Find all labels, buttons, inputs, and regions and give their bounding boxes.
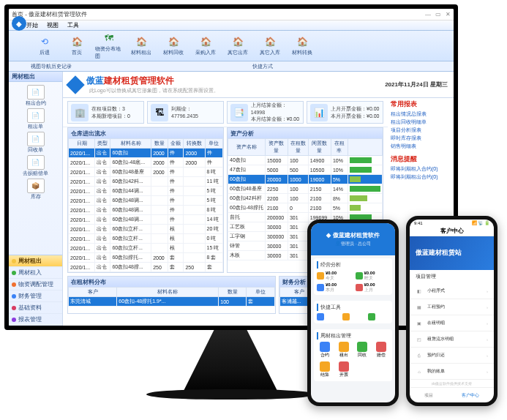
table-row[interactable]: 2020/1...出仓60盘扣立杆...根20 吨 (69, 225, 223, 234)
alert-link[interactable]: 即将到期租入合约(0) (391, 165, 451, 173)
list-row[interactable]: ◧ 小程序式 › (410, 283, 494, 299)
mgmt-item[interactable]: 回收 (355, 342, 371, 359)
table-row[interactable]: 2020/1...出仓60盘扣48撑...250套250套 (69, 263, 223, 272)
table-row[interactable]: 40盘扣150001001490010% (228, 156, 383, 165)
sidebar-icon-button[interactable]: 📦 库存 (21, 179, 50, 200)
mgmt-item[interactable]: 合约 (317, 342, 333, 359)
column-header[interactable]: 资产数量 (265, 139, 288, 156)
sidebar-icon-button[interactable]: 📄 去损赔偿单 (21, 155, 50, 177)
table-row[interactable]: 2020/1...出仓60盘扣-48底...2000件2000件 (69, 158, 223, 168)
sidebar-icon-button[interactable]: 📄 租出单 (21, 108, 50, 130)
toolbar-button[interactable]: 🏠 采购入库 (192, 35, 219, 56)
analysis-icon (356, 272, 363, 280)
ribbon-tab-view[interactable]: 视图 (47, 21, 59, 29)
column-header[interactable]: 闲置数量 (308, 139, 331, 156)
column-header[interactable]: 资产名称 (228, 139, 266, 156)
list-row[interactable]: ⎙ 预约归还 › (410, 348, 494, 364)
mgmt-item[interactable]: 开票 (336, 361, 352, 378)
column-header[interactable]: 单位 (247, 288, 274, 297)
sidebar-icon-button[interactable]: 📄 租出合约 (21, 85, 50, 107)
stat-card[interactable]: 🏗 到期金：47796.2435 (147, 101, 224, 124)
column-header[interactable]: 转换数 (184, 139, 205, 149)
toolbar-button[interactable]: 🏠 材料转换 (288, 35, 316, 56)
analysis-item[interactable]: ¥0.00本月 (317, 282, 351, 292)
toolbar-button[interactable]: 🏠 材料回收 (159, 35, 187, 56)
sidebar-nav-item[interactable]: 财务管理 (9, 290, 62, 302)
column-header[interactable]: 客户 (69, 288, 117, 297)
toolbar-button[interactable]: 🏠 其它出库 (224, 35, 252, 56)
analysis-item[interactable]: ¥0.00今天 (317, 271, 351, 280)
alert-link[interactable]: 即将到期租出合约(0) (391, 173, 451, 181)
table-row[interactable]: 2020/1...出仓60盘扣48调...件5 吨 (69, 196, 223, 206)
table-row[interactable]: 60盘扣-48撑托2100021005% (228, 203, 383, 213)
table-row[interactable]: 2020/1...出仓60盘扣42科...件11 吨 (69, 177, 223, 187)
table-row[interactable]: 2020/1...出仓60盘扣48调...件14 吨 (69, 215, 223, 225)
table-row[interactable]: 2020/1...出仓60盘扣48基座2000件8 吨 (69, 168, 223, 177)
table-row[interactable]: 2020/1...出仓60盘扣48调...件8 吨 (69, 206, 223, 215)
table-row[interactable]: 2020/1...出仓60盘扣2000件2000件 (69, 149, 223, 158)
analysis-item[interactable]: ¥0.00昨天 (356, 271, 390, 280)
close-button[interactable]: ✕ (446, 11, 451, 18)
list-row[interactable]: ▣ 在租明细 › (410, 315, 494, 331)
list-row[interactable]: ▦ 工程预约 › (410, 299, 494, 315)
maximize-button[interactable]: ▭ (435, 11, 441, 18)
table-row[interactable]: 2020/1...出仓60盘扣撑托...2000套8 套 (69, 253, 223, 263)
table-row[interactable]: 60盘扣48基座2250100215014% (228, 184, 383, 194)
mgmt-item[interactable]: 赔偿 (373, 342, 389, 359)
sidebar-nav-item[interactable]: 周材租入 (9, 267, 62, 279)
table-row[interactable]: 60盘扣42科杆220010021008% (228, 194, 383, 203)
column-header[interactable]: 日期 (69, 139, 95, 149)
toolbar-button[interactable]: 🏠 材料租出 (127, 35, 155, 56)
tabbar-item[interactable]: 项目 (424, 392, 433, 399)
column-header[interactable]: 在租率 (331, 139, 348, 156)
stat-card[interactable]: 📊 上月开票金额：¥0.00本月开票金额：¥0.00 (307, 101, 383, 124)
list-row[interactable]: ◰ 租赁流水明细 › (410, 331, 494, 348)
tabbar-item[interactable]: 客户中心 (462, 392, 479, 399)
column-header[interactable]: 金额 (168, 139, 184, 149)
app-menu-button[interactable]: ◆ (12, 16, 26, 31)
column-header[interactable]: 类型 (95, 139, 110, 149)
mgmt-item[interactable]: 租出 (336, 342, 352, 359)
table-row[interactable]: 2020/1...出仓60盘扣立杆...根0 吨 (69, 234, 223, 244)
tool-item[interactable] (368, 313, 389, 320)
report-link[interactable]: 租出回收明细单 (391, 119, 451, 126)
table-row[interactable]: 2020/1...出仓60盘扣立杆...根15 吨 (69, 244, 223, 253)
stat-card[interactable]: 📑 上月结算金额：14998本月结算金额：¥0.00 (227, 101, 304, 124)
toolbar-button[interactable]: 🏠 其它入库 (256, 35, 284, 56)
sidebar-nav-item[interactable]: 报表管理 (9, 314, 62, 326)
stat-card[interactable]: 🏢 在租项目数：3本期新增项目：0 (67, 101, 144, 124)
report-link[interactable]: 销售明细表 (391, 143, 451, 150)
minimize-button[interactable]: — (425, 11, 431, 18)
table-cell: 10% (331, 165, 348, 175)
column-header[interactable]: 材料名称 (117, 288, 219, 297)
toolbar-button[interactable]: 🗺 物资分布地图 (95, 31, 123, 60)
ribbon-tab-tools[interactable]: 工具 (67, 21, 79, 29)
report-link[interactable]: 项目分析报表 (391, 127, 451, 134)
sidebar-nav-item[interactable]: 周材租出 (9, 255, 62, 267)
rented-material-grid[interactable]: 客户材料名称数量单位东莞清城60盘扣-48撑托1.9*...100套 (68, 287, 275, 307)
tool-item[interactable] (342, 313, 364, 320)
ribbon-tab-start[interactable]: 开始 (26, 21, 38, 29)
analysis-item[interactable]: ¥0.00上月 (356, 282, 390, 292)
column-header[interactable]: 数量 (219, 288, 247, 297)
list-row[interactable]: ⌂ 我的账单 › (410, 364, 494, 380)
table-row[interactable]: 2020/1...出仓60盘扣44调...件5 吨 (69, 187, 223, 196)
sidebar-nav-item[interactable]: 基础资料 (9, 302, 62, 314)
sidebar-title: 周材租出 (9, 72, 62, 82)
toolbar-button[interactable]: ⟲ 后退 (31, 35, 59, 56)
tool-item[interactable] (317, 313, 338, 320)
table-row[interactable]: 47盘扣50005001050010% (228, 165, 383, 175)
report-link[interactable]: 租出情况总报表 (391, 110, 451, 118)
column-header[interactable]: 在租数量 (288, 139, 308, 156)
table-row[interactable]: 60盘扣200001000190005% (228, 175, 383, 184)
warehouse-flow-grid[interactable]: 日期类型材料名称数量金额转换数单位2020/1...出仓60盘扣2000件200… (68, 138, 223, 272)
sidebar-nav-item[interactable]: 物资调配管理 (9, 279, 62, 290)
report-link[interactable]: 即时库存报表 (391, 135, 451, 142)
sidebar-icon-button[interactable]: 📄 回收单 (21, 132, 50, 154)
table-row[interactable]: 东莞清城60盘扣-48撑托1.9*...100套 (69, 297, 275, 307)
toolbar-button[interactable]: 🏠 首页 (63, 35, 91, 56)
column-header[interactable]: 材料名称 (110, 139, 151, 149)
column-header[interactable]: 单位 (205, 139, 222, 149)
mgmt-item[interactable]: 结算 (317, 361, 333, 378)
column-header[interactable]: 数量 (151, 139, 168, 149)
